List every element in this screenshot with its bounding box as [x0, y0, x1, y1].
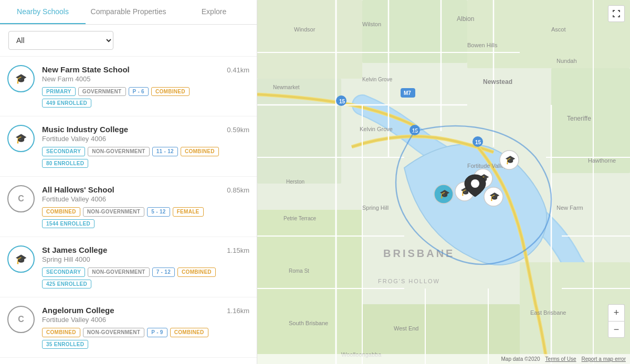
tag-secondary: SECONDARY — [42, 147, 85, 156]
school-icon-2: 🎓 — [7, 125, 35, 152]
school-icon-3: C — [7, 185, 35, 212]
svg-text:Newstead: Newstead — [483, 78, 512, 85]
svg-text:South Brisbane: South Brisbane — [289, 320, 328, 326]
tag-grade: 5 - 12 — [147, 207, 170, 217]
svg-text:FROG'S HOLLOW: FROG'S HOLLOW — [378, 278, 440, 284]
school-distance-2: 0.59km — [227, 125, 249, 134]
svg-text:Teneriffe: Teneriffe — [567, 115, 591, 122]
svg-text:Windsor: Windsor — [294, 26, 316, 33]
school-info-4: St James College Spring Hill 4000 SECOND… — [42, 245, 223, 288]
school-item[interactable]: C All Hallows' School Fortitude Valley 4… — [0, 177, 257, 237]
school-info-5: Angelorum College Fortitude Valley 4006 … — [42, 306, 223, 349]
tag-nongovt: NON-GOVERNMENT — [83, 328, 144, 337]
tag-combined: COMBINED — [151, 87, 190, 96]
svg-text:🎓: 🎓 — [505, 155, 516, 165]
school-name-2: Music Industry College — [42, 125, 223, 134]
school-letter-5: C — [18, 315, 24, 324]
school-distance-4: 1.15km — [227, 245, 249, 254]
svg-text:Spring Hill: Spring Hill — [362, 205, 388, 211]
school-suburb-2: Fortitude Valley 4006 — [42, 135, 223, 143]
school-info-2: Music Industry College Fortitude Valley … — [42, 125, 223, 168]
tag-enrolled: 1544 ENROLLED — [42, 219, 94, 228]
tag-enrolled: 35 ENROLLED — [42, 340, 88, 349]
map-footer: Map data ©2020 Terms of Use Report a map… — [257, 354, 630, 364]
filter-row: All Primary Secondary Combined — [0, 25, 257, 57]
school-letter-4: 🎓 — [15, 253, 27, 265]
school-letter-3: C — [18, 194, 24, 204]
school-item[interactable]: 🎓 New Farm State School New Farm 4005 PR… — [0, 57, 257, 116]
tag-nongovt: NON-GOVERNMENT — [83, 207, 144, 217]
school-icon-1: 🎓 — [7, 65, 35, 92]
tag-female: FEMALE — [173, 207, 204, 217]
tag-government: GOVERNMENT — [78, 87, 126, 96]
school-distance-1: 0.41km — [227, 65, 249, 74]
svg-text:Bowen Hills: Bowen Hills — [467, 42, 498, 48]
school-name-1: New Farm State School — [42, 65, 223, 74]
tag-grade: P - 9 — [147, 328, 167, 337]
zoom-in-button[interactable]: + — [608, 304, 625, 321]
tag-enrolled: 449 ENROLLED — [42, 99, 91, 108]
svg-text:Newmarket: Newmarket — [273, 84, 300, 90]
svg-rect-6 — [257, 210, 362, 364]
map-svg: Windsor Wilston Albion Ascot Newmarket K… — [257, 0, 630, 364]
svg-text:New Farm: New Farm — [556, 205, 583, 211]
school-tags-3: COMBINED NON-GOVERNMENT 5 - 12 FEMALE 15… — [42, 207, 223, 228]
map-panel[interactable]: Windsor Wilston Albion Ascot Newmarket K… — [257, 0, 630, 364]
tag-combined-2: COMBINED — [170, 328, 208, 337]
tag-enrolled: 80 ENROLLED — [42, 159, 88, 168]
tag-secondary: SECONDARY — [42, 267, 85, 277]
svg-rect-1 — [257, 0, 362, 79]
tag-grade: 7 - 12 — [152, 267, 175, 277]
school-icon-5: C — [7, 306, 35, 333]
map-pin-school-4: 🎓 — [434, 185, 453, 204]
map-report-link[interactable]: Report a map error — [582, 356, 626, 362]
school-tags-2: SECONDARY NON-GOVERNMENT 11 - 12 COMBINE… — [42, 147, 223, 168]
tag-grade: 11 - 12 — [152, 147, 178, 156]
school-suburb-3: Fortitude Valley 4006 — [42, 195, 223, 203]
tag-nongovt: NON-GOVERNMENT — [88, 147, 149, 156]
school-tags-4: SECONDARY NON-GOVERNMENT 7 - 12 COMBINED… — [42, 267, 223, 288]
zoom-out-button[interactable]: − — [608, 321, 625, 338]
map-data-credit: Map data ©2020 — [501, 356, 540, 362]
svg-text:🎓: 🎓 — [489, 191, 500, 201]
svg-text:Wilston: Wilston — [362, 21, 381, 27]
school-item[interactable]: C Angelorum College Fortitude Valley 400… — [0, 297, 257, 358]
school-tags-1: PRIMARY GOVERNMENT P - 6 COMBINED 449 EN… — [42, 87, 223, 108]
school-item[interactable]: 🎓 St James College Spring Hill 4000 SECO… — [0, 237, 257, 297]
svg-text:Ascot: Ascot — [551, 26, 566, 33]
svg-text:Hawthorne: Hawthorne — [588, 157, 616, 164]
school-suburb-4: Spring Hill 4000 — [42, 255, 223, 263]
school-distance-3: 0.85km — [227, 185, 249, 194]
school-letter-1: 🎓 — [15, 73, 27, 84]
school-name-5: Angelorum College — [42, 306, 223, 315]
svg-text:🎓: 🎓 — [439, 189, 450, 199]
tag-combined: COMBINED — [177, 267, 216, 277]
svg-text:Herston: Herston — [286, 179, 304, 185]
school-info-3: All Hallows' School Fortitude Valley 400… — [42, 185, 223, 228]
school-letter-2: 🎓 — [15, 133, 27, 144]
school-item[interactable]: 🎓 Music Industry College Fortitude Valle… — [0, 116, 257, 177]
svg-text:Kelvin Grove: Kelvin Grove — [362, 77, 393, 82]
tag-combined: COMBINED — [42, 328, 80, 337]
map-pin-school-1: 🎓 — [500, 151, 519, 169]
school-list: 🎓 New Farm State School New Farm 4005 PR… — [0, 57, 257, 364]
school-suburb-5: Fortitude Valley 4006 — [42, 316, 223, 324]
map-fullscreen-button[interactable] — [608, 5, 625, 22]
school-icon-4: 🎓 — [7, 245, 35, 273]
left-panel: Nearby Schools Comparable Properties Exp… — [0, 0, 257, 364]
school-distance-5: 1.16km — [227, 306, 249, 315]
school-name-3: All Hallows' School — [42, 185, 223, 194]
school-type-filter[interactable]: All Primary Secondary Combined — [8, 31, 113, 50]
tab-explore[interactable]: Explore — [171, 0, 257, 24]
map-zoom-controls: + − — [608, 304, 625, 338]
tabs-bar: Nearby Schools Comparable Properties Exp… — [0, 0, 257, 25]
tab-comparable-properties[interactable]: Comparable Properties — [86, 0, 171, 24]
svg-text:Albion: Albion — [457, 15, 474, 23]
svg-text:East Brisbane: East Brisbane — [530, 309, 566, 316]
tag-combined: COMBINED — [42, 207, 80, 217]
tab-nearby-schools[interactable]: Nearby Schools — [0, 0, 86, 24]
map-terms-link[interactable]: Terms of Use — [545, 356, 576, 362]
tag-primary: PRIMARY — [42, 87, 76, 96]
school-tags-5: COMBINED NON-GOVERNMENT P - 9 COMBINED 3… — [42, 328, 223, 349]
tag-enrolled: 425 ENROLLED — [42, 280, 91, 288]
